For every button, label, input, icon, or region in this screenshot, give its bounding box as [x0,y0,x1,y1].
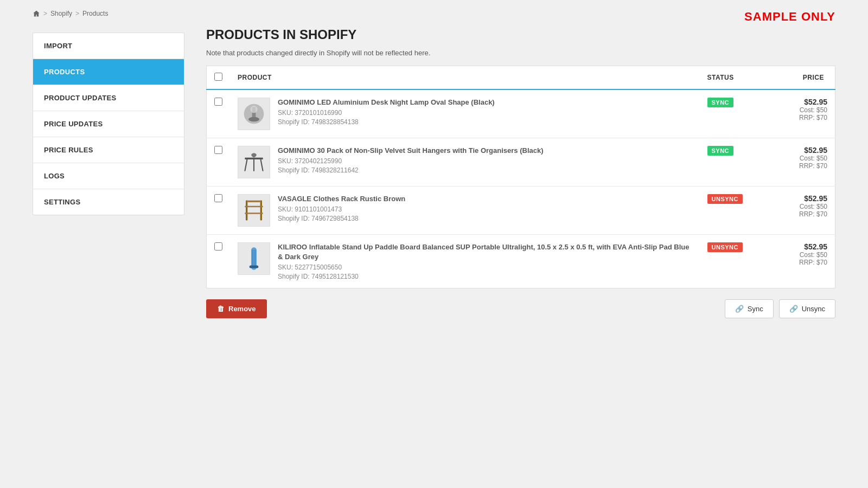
breadcrumb: > Shopify > Products [0,0,868,22]
sidebar-item-product-updates[interactable]: PRODUCT UPDATES [33,85,184,111]
price-rrp-1: RRP: $70 [778,162,828,170]
unsync-label: Unsync [802,305,825,313]
select-all-checkbox[interactable] [214,73,222,81]
svg-point-2 [248,117,259,121]
status-badge-3: UNSYNC [707,242,743,252]
row-product-cell: KILIROO Inflatable Stand Up Paddle Board… [230,235,700,288]
action-buttons: 🔗 Sync 🔗 Unsync [725,299,835,318]
svg-rect-8 [245,213,263,214]
product-name-1: GOMINIMO 30 Pack of Non-Slip Velvet Suit… [278,146,544,156]
row-price-cell-3: $52.95 Cost: $50 RRP: $70 [770,235,835,288]
breadcrumb-sep-2: > [75,10,79,17]
row-price-cell-2: $52.95 Cost: $50 RRP: $70 [770,187,835,235]
row-checkbox-3[interactable] [214,242,222,251]
status-badge-2: UNSYNC [707,194,743,204]
price-main-2: $52.95 [778,194,828,203]
sample-only-label: SAMPLE ONLY [744,10,835,24]
row-product-cell: GOMINIMO 30 Pack of Non-Slip Velvet Suit… [230,138,700,187]
sync-label: Sync [748,305,763,313]
price-main-0: $52.95 [778,98,828,106]
breadcrumb-sep-1: > [43,10,47,17]
sidebar-item-price-rules[interactable]: PRICE RULES [33,137,184,163]
product-sku-1: SKU: 3720402125990 [278,157,544,165]
product-cell-3: KILIROO Inflatable Stand Up Paddle Board… [238,242,692,280]
th-price: PRICE [770,66,835,90]
sidebar-item-products[interactable]: PRODUCTS [33,59,184,85]
sync-button[interactable]: 🔗 Sync [725,299,774,318]
product-cell-0: GOMINIMO LED Aluminium Desk Night Lamp O… [238,98,692,130]
bottom-actions: 🗑 Remove 🔗 Sync 🔗 Unsync [206,288,835,324]
product-sku-0: SKU: 3720101016990 [278,109,495,117]
page-notice: Note that products changed directly in S… [206,49,835,57]
product-shopify-id-2: Shopify ID: 7496729854138 [278,215,405,222]
svg-rect-6 [260,201,262,221]
product-shopify-id-0: Shopify ID: 7498328854138 [278,118,495,126]
svg-rect-5 [246,201,247,221]
product-name-0: GOMINIMO LED Aluminium Desk Night Lamp O… [278,98,495,107]
product-thumb-2 [238,194,270,227]
price-rrp-3: RRP: $70 [778,259,828,266]
row-status-cell-1: SYNC [700,138,770,187]
price-rrp-0: RRP: $70 [778,114,828,121]
home-icon [33,10,40,17]
sync-link-icon: 🔗 [735,305,744,313]
row-check-cell [207,187,231,235]
row-check-cell [207,235,231,288]
price-cost-1: Cost: $50 [778,155,828,162]
row-price-cell-1: $52.95 Cost: $50 RRP: $70 [770,138,835,187]
product-info-2: VASAGLE Clothes Rack Rustic Brown SKU: 9… [278,194,405,222]
status-badge-1: SYNC [707,146,734,156]
row-checkbox-2[interactable] [214,194,222,202]
breadcrumb-shopify[interactable]: Shopify [50,10,72,17]
sidebar-item-import[interactable]: IMPORT [33,33,184,59]
unsync-button[interactable]: 🔗 Unsync [779,299,835,318]
row-price-cell-0: $52.95 Cost: $50 RRP: $70 [770,89,835,138]
main-layout: IMPORT PRODUCTS PRODUCT UPDATES PRICE UP… [0,22,868,345]
svg-rect-11 [252,249,254,265]
table-row: KILIROO Inflatable Stand Up Paddle Board… [207,235,835,288]
price-cost-0: Cost: $50 [778,106,828,114]
sidebar-item-price-updates[interactable]: PRICE UPDATES [33,111,184,137]
product-shopify-id-3: Shopify ID: 7495128121530 [278,273,692,280]
row-checkbox-0[interactable] [214,98,222,106]
product-thumb-1 [238,146,270,178]
svg-rect-12 [254,249,256,265]
products-table: PRODUCT STATUS PRICE [206,66,835,288]
th-status: STATUS [700,66,770,90]
row-check-cell [207,138,231,187]
status-badge-0: SYNC [707,98,734,107]
price-cost-3: Cost: $50 [778,251,828,259]
svg-rect-7 [245,206,263,208]
price-main-1: $52.95 [778,146,828,155]
table-row: VASAGLE Clothes Rack Rustic Brown SKU: 9… [207,187,835,235]
sidebar-item-logs[interactable]: LOGS [33,163,184,189]
sidebar: IMPORT PRODUCTS PRODUCT UPDATES PRICE UP… [33,33,184,215]
sidebar-item-settings[interactable]: SETTINGS [33,189,184,215]
main-content: PRODUCTS IN SHOPIFY Note that products c… [184,22,835,324]
svg-point-3 [250,106,257,113]
product-info-3: KILIROO Inflatable Stand Up Paddle Board… [278,242,692,280]
svg-rect-13 [250,266,259,268]
page-wrapper: > Shopify > Products SAMPLE ONLY IMPORT … [0,0,868,488]
price-cost-2: Cost: $50 [778,203,828,210]
table-header-row: PRODUCT STATUS PRICE [207,66,835,90]
table-row: GOMINIMO 30 Pack of Non-Slip Velvet Suit… [207,138,835,187]
remove-button[interactable]: 🗑 Remove [206,299,267,318]
product-sku-3: SKU: 5227715005650 [278,264,692,271]
svg-rect-9 [247,201,261,202]
trash-icon: 🗑 [217,305,224,313]
row-checkbox-1[interactable] [214,146,222,154]
product-name-2: VASAGLE Clothes Rack Rustic Brown [278,194,405,204]
row-product-cell: VASAGLE Clothes Rack Rustic Brown SKU: 9… [230,187,700,235]
row-status-cell-2: UNSYNC [700,187,770,235]
row-status-cell-3: UNSYNC [700,235,770,288]
page-title: PRODUCTS IN SHOPIFY [206,27,835,42]
svg-rect-4 [245,158,263,159]
product-shopify-id-1: Shopify ID: 7498328211642 [278,166,544,174]
product-cell-1: GOMINIMO 30 Pack of Non-Slip Velvet Suit… [238,146,692,178]
price-rrp-2: RRP: $70 [778,210,828,218]
product-name-3: KILIROO Inflatable Stand Up Paddle Board… [278,242,692,262]
table-row: GOMINIMO LED Aluminium Desk Night Lamp O… [207,89,835,138]
row-product-cell: GOMINIMO LED Aluminium Desk Night Lamp O… [230,89,700,138]
product-thumb-0 [238,98,270,130]
